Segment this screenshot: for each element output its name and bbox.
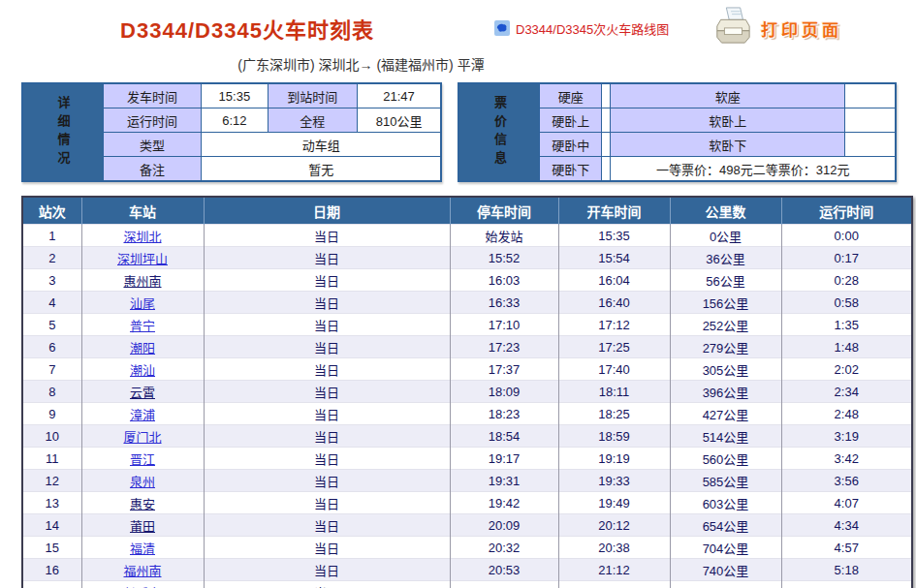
depart-cell: 19:19 (558, 448, 670, 470)
time-cell: 3:19 (781, 425, 912, 448)
station-row: 1深圳北当日始发站15:350公里0:00 (22, 225, 912, 247)
arrive-cell: 20:09 (450, 514, 558, 537)
no-cell: 12 (22, 470, 81, 492)
station-link[interactable]: 潮汕 (130, 363, 155, 378)
station-row: 9漳浦当日18:2318:25427公里2:48 (22, 403, 912, 425)
no-cell: 10 (22, 425, 81, 448)
column-header: 开车时间 (558, 197, 670, 225)
km-cell: 704公里 (670, 537, 781, 559)
depart-cell: 21:12 (558, 559, 670, 581)
station-row: 4汕尾当日16:3316:40156公里0:58 (22, 292, 912, 314)
depart-cell: 17:40 (558, 358, 670, 381)
hard-sleeper-middle-label: 硬卧中 (540, 133, 602, 157)
station-link[interactable]: 漳浦 (130, 408, 155, 422)
no-cell: 6 (22, 336, 81, 358)
station-link[interactable]: 潮阳 (130, 341, 155, 356)
depart-cell: 20:12 (558, 514, 670, 537)
station-link[interactable]: 莆田 (130, 519, 155, 534)
km-cell: 603公里 (670, 492, 781, 514)
station-cell: 潮阳 (81, 336, 204, 358)
arrive-cell: 16:33 (450, 292, 558, 314)
arrive-cell: 16:03 (450, 269, 558, 292)
station-link[interactable]: 厦门北 (123, 430, 161, 445)
depart-cell: 16:40 (558, 292, 670, 314)
no-cell: 13 (22, 492, 81, 514)
station-cell: 潮汕 (81, 358, 204, 381)
depart-cell: 18:11 (558, 381, 670, 403)
date-cell: 当日 (204, 537, 450, 559)
column-header: 停车时间 (450, 197, 558, 225)
km-cell: 654公里 (670, 514, 781, 537)
arrive-cell: 19:31 (450, 470, 558, 492)
time-cell: 0:28 (781, 269, 912, 292)
station-link[interactable]: 福清 (130, 542, 155, 556)
km-cell: 396公里 (670, 381, 781, 403)
empty-price-cell (845, 83, 896, 108)
no-cell: 17 (22, 581, 81, 588)
station-link[interactable]: 云霄 (130, 386, 155, 400)
route-map-link[interactable]: D3344/D3345次火车路线图 (516, 19, 669, 38)
station-cell: 漳浦 (81, 403, 204, 425)
station-cell: 泉州 (81, 470, 204, 492)
time-cell: 0:00 (781, 225, 912, 247)
ticket-price-value: 一等票价：498元二等票价：312元 (611, 157, 896, 182)
distance-label: 全程 (268, 108, 357, 133)
note-label: 备注 (104, 157, 202, 182)
no-cell: 15 (22, 537, 81, 559)
station-row: 11晋江当日19:1719:19560公里3:42 (22, 448, 912, 470)
km-cell: 156公里 (670, 292, 781, 314)
station-link[interactable]: 汕尾 (130, 296, 155, 311)
date-cell: 当日 (204, 292, 450, 314)
info-boxes: 详细情况 发车时间 15:35 到站时间 21:47 运行时间 6:12 全程 … (21, 82, 897, 182)
soft-sleeper-lower-label: 软卧下 (611, 133, 845, 157)
distance-value: 810公里 (357, 108, 441, 133)
date-cell: 当日 (204, 425, 450, 448)
date-cell: 当日 (204, 448, 450, 470)
station-link[interactable]: 福州南 (123, 564, 161, 578)
time-cell: 2:48 (781, 403, 912, 425)
station-link[interactable]: 泉州 (130, 475, 155, 489)
column-header: 站次 (22, 197, 81, 225)
date-cell: 当日 (204, 559, 450, 581)
arrive-cell: 19:42 (450, 492, 558, 514)
hard-sleeper-upper-label: 硬卧上 (540, 108, 602, 133)
depart-time-value: 15:35 (201, 83, 268, 108)
station-link[interactable]: 普宁 (130, 319, 155, 333)
no-cell: 14 (22, 514, 81, 537)
note-value: 暂无 (201, 157, 441, 182)
date-cell: 当日 (204, 247, 450, 269)
arrive-cell: 19:17 (450, 448, 558, 470)
station-cell: 莆田 (81, 514, 204, 537)
arrive-cell: 21:26 (450, 581, 558, 588)
arrive-cell: 20:53 (450, 559, 558, 581)
column-header: 车站 (81, 197, 204, 225)
station-link[interactable]: 深圳坪山 (117, 252, 168, 266)
station-link[interactable]: 深圳北 (123, 230, 161, 244)
station-link[interactable]: 惠安 (130, 497, 155, 511)
station-link[interactable]: 惠州南 (123, 274, 161, 289)
top-bar: D3344/D3345火车时刻表 D3344/D3345次火车路线图 打印页面 (0, 0, 916, 49)
train-type-label: 类型 (104, 133, 202, 157)
date-cell: 当日 (204, 581, 450, 588)
date-cell: 当日 (204, 514, 450, 537)
time-cell: 4:57 (781, 537, 912, 559)
no-cell: 11 (22, 448, 81, 470)
arrive-cell: 18:09 (450, 381, 558, 403)
print-page-button[interactable]: 打印页面 (712, 7, 916, 49)
station-cell: 普宁 (81, 314, 204, 336)
arrive-cell: 17:10 (450, 314, 558, 336)
station-link[interactable]: 晋江 (130, 452, 155, 467)
no-cell: 4 (22, 292, 81, 314)
time-cell: 3:56 (781, 470, 912, 492)
station-cell: 深圳坪山 (81, 247, 204, 269)
km-cell: 585公里 (670, 470, 781, 492)
route-map-link-area: D3344/D3345次火车路线图 (494, 19, 712, 38)
arrive-cell: 18:23 (450, 403, 558, 425)
detail-box-side-label: 详细情况 (22, 83, 104, 181)
date-cell: 当日 (204, 336, 450, 358)
arrive-time-value: 21:47 (357, 83, 441, 108)
soft-seat-label: 软座 (611, 83, 845, 108)
depart-cell: 18:25 (558, 403, 670, 425)
station-cell: 晋江 (81, 448, 204, 470)
timetable-body: 1深圳北当日始发站15:350公里0:002深圳坪山当日15:5215:5436… (22, 225, 912, 588)
